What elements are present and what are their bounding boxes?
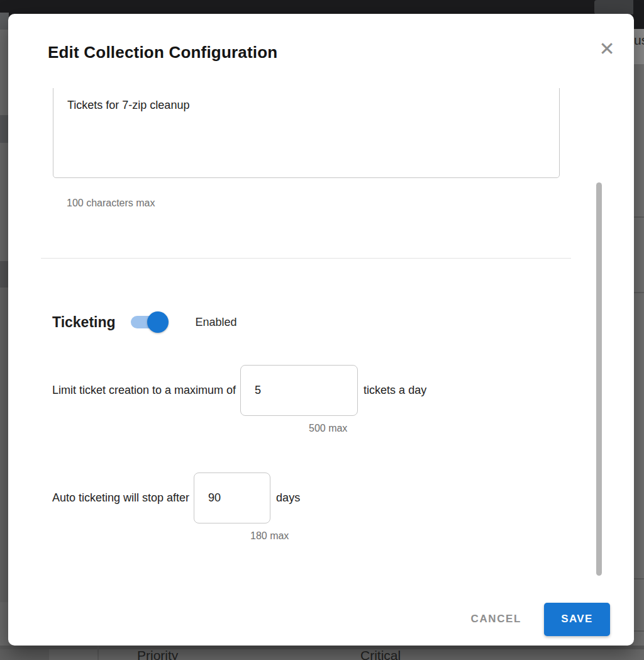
auto-stop-label: Auto ticketing will stop after	[52, 491, 189, 505]
auto-stop-row: Auto ticketing will stop after days	[52, 473, 300, 523]
section-divider	[41, 258, 571, 259]
dialog-title: Edit Collection Configuration	[48, 43, 277, 62]
background-left-sidebar	[0, 0, 9, 660]
background-top-bar-button	[594, 0, 636, 14]
edit-collection-configuration-dialog: Edit Collection Configuration ✕ Tickets …	[8, 14, 634, 646]
background-partial-text: us	[634, 33, 644, 48]
background-table-line	[633, 216, 644, 218]
close-icon[interactable]: ✕	[594, 36, 619, 62]
background-cell-critical: Critical	[360, 648, 401, 660]
dialog-scroll-area: Tickets for 7-zip cleanup 100 characters…	[8, 88, 596, 585]
ticket-limit-suffix: tickets a day	[364, 384, 426, 397]
save-button[interactable]: SAVE	[544, 603, 610, 636]
ticket-limit-label: Limit ticket creation to a maximum of	[52, 384, 236, 397]
auto-stop-helper: 180 max	[250, 530, 289, 542]
background-right-edge	[633, 0, 644, 660]
ticket-limit-helper: 500 max	[309, 423, 347, 434]
background-sidebar-corner	[0, 649, 49, 660]
background-table-line	[633, 578, 644, 579]
ticketing-toggle[interactable]	[131, 311, 165, 333]
ticketing-label: Ticketing	[52, 314, 116, 331]
cancel-button[interactable]: CANCEL	[461, 604, 531, 634]
auto-stop-input[interactable]	[194, 473, 270, 523]
ticket-limit-row: Limit ticket creation to a maximum of ti…	[52, 365, 426, 416]
background-table-line	[633, 292, 644, 293]
background-table-row-border	[0, 646, 644, 649]
dialog-footer: CANCEL SAVE	[8, 593, 634, 646]
dialog-scrollbar[interactable]	[596, 182, 602, 576]
background-table-divider	[97, 646, 99, 660]
background-cell-priority: Priority	[137, 648, 178, 660]
ticketing-section: Ticketing Enabled	[52, 310, 237, 335]
description-helper-text: 100 characters max	[67, 198, 155, 209]
auto-stop-suffix: days	[276, 491, 300, 505]
toggle-thumb	[147, 311, 169, 333]
description-textarea[interactable]: Tickets for 7-zip cleanup	[53, 88, 560, 178]
ticketing-state-label: Enabled	[196, 316, 237, 329]
ticket-limit-input[interactable]	[240, 365, 358, 416]
background-table-line	[633, 630, 644, 632]
